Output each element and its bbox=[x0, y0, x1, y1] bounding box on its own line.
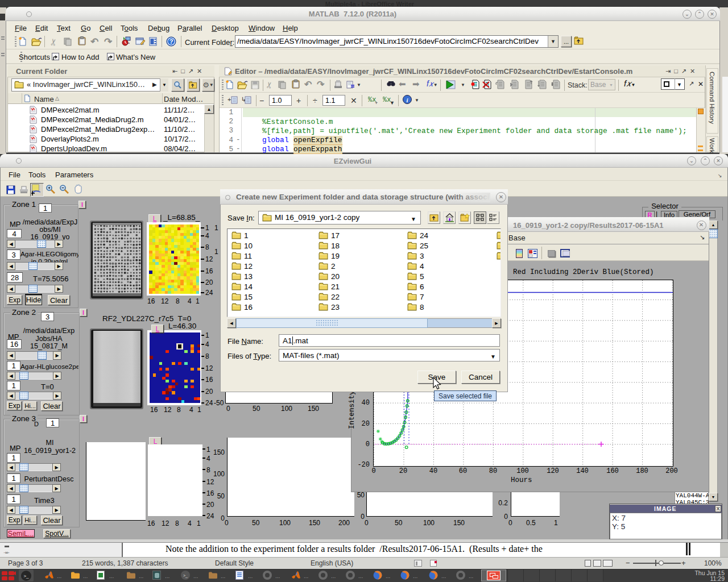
svg-text:+: + bbox=[375, 100, 378, 105]
svg-text:▼: ▼ bbox=[390, 100, 395, 105]
svg-text:?: ? bbox=[169, 38, 173, 45]
